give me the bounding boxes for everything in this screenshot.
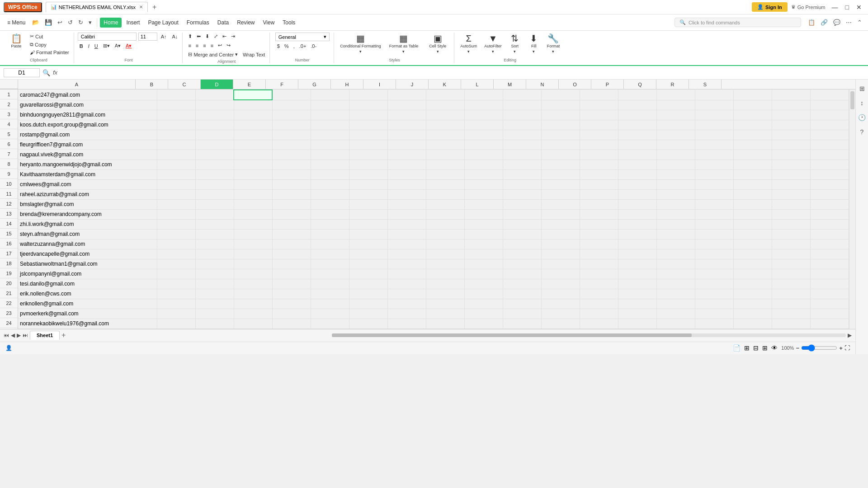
cell-H12[interactable]	[387, 199, 426, 209]
align-justify-btn[interactable]: ≡	[209, 42, 215, 49]
cell-P17[interactable]	[695, 249, 733, 259]
cell-E1[interactable]	[272, 90, 311, 100]
zoom-in-btn[interactable]: +	[839, 345, 843, 352]
cell-K1[interactable]	[503, 90, 541, 100]
cell-N19[interactable]	[618, 269, 656, 279]
cell-C3[interactable]	[195, 110, 234, 120]
row-num-10[interactable]: 10	[0, 179, 18, 189]
file-tab-close[interactable]: ✕	[139, 5, 143, 9]
cell-G5[interactable]	[349, 130, 387, 140]
cell-P15[interactable]	[695, 229, 733, 239]
cell-A10[interactable]: cmlwees@gmail.com	[18, 179, 157, 189]
cell-C4[interactable]	[195, 120, 234, 130]
cell-G17[interactable]	[349, 249, 387, 259]
cell-Q13[interactable]	[733, 209, 772, 219]
tab-home[interactable]: Home	[100, 18, 122, 28]
cell-Q18[interactable]	[733, 259, 772, 269]
row-num-23[interactable]: 23	[0, 308, 18, 318]
align-left-btn[interactable]: ≡	[186, 42, 193, 49]
cell-E21[interactable]	[272, 289, 311, 299]
comma-btn[interactable]: ,	[292, 42, 297, 50]
cell-E10[interactable]	[272, 179, 311, 189]
cell-B22[interactable]	[157, 299, 195, 309]
cell-C20[interactable]	[195, 279, 234, 289]
cell-F22[interactable]	[311, 299, 349, 309]
cell-C17[interactable]	[195, 249, 234, 259]
indent-decrease-btn[interactable]: ⇤	[221, 33, 228, 40]
cut-btn[interactable]: ✂ Cut	[28, 33, 71, 40]
undo-btn[interactable]: ↺	[66, 18, 75, 27]
cell-C13[interactable]	[195, 209, 234, 219]
cell-E9[interactable]	[272, 169, 311, 179]
cell-S18[interactable]	[810, 259, 849, 269]
cell-L15[interactable]	[541, 229, 580, 239]
cell-O22[interactable]	[656, 299, 695, 309]
autosum-btn[interactable]: Σ AutoSum ▾	[458, 33, 479, 55]
cell-C2[interactable]	[195, 100, 234, 110]
cell-G18[interactable]	[349, 259, 387, 269]
command-search-box[interactable]: 🔍 Click to find commands	[675, 18, 801, 27]
indent-increase-btn[interactable]: ⇥	[229, 33, 237, 40]
cell-E22[interactable]	[272, 299, 311, 309]
align-right-btn[interactable]: ≡	[201, 42, 208, 49]
col-header-o[interactable]: O	[559, 80, 591, 89]
cell-P14[interactable]	[695, 219, 733, 229]
ltr-btn[interactable]: ↪	[225, 42, 232, 49]
cell-M24[interactable]	[580, 319, 618, 328]
currency-btn[interactable]: $	[275, 42, 282, 50]
cell-R10[interactable]	[772, 179, 810, 189]
cell-L4[interactable]	[541, 120, 580, 130]
cell-H14[interactable]	[387, 219, 426, 229]
row-num-22[interactable]: 22	[0, 298, 18, 308]
cell-K14[interactable]	[503, 219, 541, 229]
cell-B24[interactable]	[157, 319, 195, 328]
cell-C16[interactable]	[195, 239, 234, 249]
cell-B19[interactable]	[157, 269, 195, 279]
cell-M18[interactable]	[580, 259, 618, 269]
cell-K18[interactable]	[503, 259, 541, 269]
cell-N24[interactable]	[618, 319, 656, 328]
bold-btn[interactable]: B	[78, 42, 85, 50]
row-num-20[interactable]: 20	[0, 278, 18, 288]
cell-R2[interactable]	[772, 100, 810, 110]
cell-S2[interactable]	[810, 100, 849, 110]
cell-H17[interactable]	[387, 249, 426, 259]
tab-formulas[interactable]: Formulas	[183, 18, 213, 28]
cell-P7[interactable]	[695, 150, 733, 160]
merge-center-btn[interactable]: ⊟ Merge and Center▾	[186, 51, 240, 58]
cell-P6[interactable]	[695, 140, 733, 150]
cell-A12[interactable]: bmslagter@gmail.com	[18, 199, 157, 209]
cell-R6[interactable]	[772, 140, 810, 150]
cell-P10[interactable]	[695, 179, 733, 189]
cell-L22[interactable]	[541, 299, 580, 309]
cell-I22[interactable]	[426, 299, 464, 309]
cell-I12[interactable]	[426, 199, 464, 209]
cell-O13[interactable]	[656, 209, 695, 219]
cell-I21[interactable]	[426, 289, 464, 299]
cell-K6[interactable]	[503, 140, 541, 150]
cell-S1[interactable]	[810, 90, 849, 100]
more-options-btn[interactable]: ⋯	[844, 18, 854, 27]
cell-Q21[interactable]	[733, 289, 772, 299]
cell-D1[interactable]	[234, 90, 272, 100]
cell-F19[interactable]	[311, 269, 349, 279]
maximize-btn[interactable]: □	[843, 3, 852, 12]
right-panel-btn2[interactable]: ↕	[859, 98, 865, 108]
cell-K21[interactable]	[503, 289, 541, 299]
cell-M5[interactable]	[580, 130, 618, 140]
cell-C24[interactable]	[195, 319, 234, 328]
copy-btn[interactable]: ⧉ Copy	[28, 41, 71, 48]
cell-I4[interactable]	[426, 120, 464, 130]
layout-view-btn[interactable]: ⊟	[753, 344, 759, 352]
cell-S23[interactable]	[810, 309, 849, 319]
cell-J15[interactable]	[464, 229, 503, 239]
cell-M21[interactable]	[580, 289, 618, 299]
cell-P18[interactable]	[695, 259, 733, 269]
grid-scroll-area[interactable]: caromac247@gmail.comguvarellarossi@gmail…	[18, 89, 849, 329]
cell-R14[interactable]	[772, 219, 810, 229]
cell-A18[interactable]: Sebastianwoltman1@gmail.com	[18, 259, 157, 269]
cell-N5[interactable]	[618, 130, 656, 140]
cell-P12[interactable]	[695, 199, 733, 209]
wps-logo-btn[interactable]: WPS Office	[4, 2, 42, 12]
cell-S19[interactable]	[810, 269, 849, 279]
